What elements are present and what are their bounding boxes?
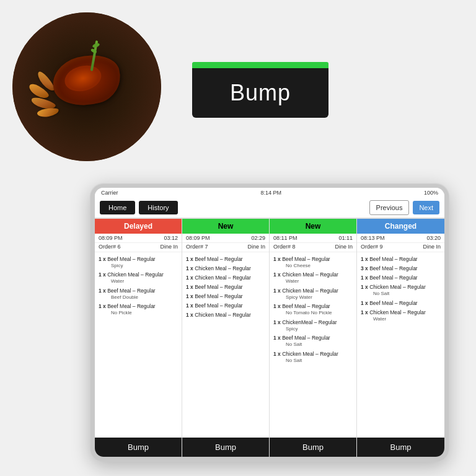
order-status-1: New: [182, 219, 269, 234]
order-num-1: Order# 7: [186, 244, 208, 250]
order-type-3: Dine In: [423, 244, 441, 250]
list-item: 1 x Beef Meal – Regular: [182, 301, 269, 311]
order-items-3: 1 x Beef Meal – Regular3 x Beef Meal – R…: [357, 252, 444, 438]
item-qty: 3 x: [361, 265, 368, 271]
item-name: Beef Meal – Regular: [107, 288, 156, 294]
item-name: Chicken Meal – Regular: [369, 309, 426, 315]
order-info-row-1: Order# 7Dine In: [182, 243, 269, 252]
order-type-1: Dine In: [247, 244, 265, 250]
item-qty: 1 x: [273, 351, 281, 357]
order-items-0: 1 x Beef Meal – RegularSpicy1 x Chicken …: [95, 252, 182, 438]
item-name: Beef Meal – Regular: [282, 335, 330, 341]
item-qty: 1 x: [273, 303, 281, 309]
food-plate-image: [12, 12, 161, 161]
steak: [48, 48, 126, 113]
order-col-col-new-2: New08:11 PM01:11Order# 8Dine In1 x Beef …: [270, 219, 357, 457]
item-name: Beef Meal – Regular: [195, 284, 243, 290]
item-name: Beef Meal – Regular: [195, 256, 243, 262]
order-type-0: Dine In: [160, 244, 178, 250]
item-name: Beef Meal – Regular: [369, 265, 418, 271]
order-info-row-2: Order# 8Dine In: [270, 243, 356, 252]
status-bar: Carrier 8:14 PM 100%: [95, 188, 444, 198]
item-name: Beef Meal – Regular: [282, 303, 330, 309]
item-qty: 1 x: [361, 275, 368, 281]
order-info-row-3: Order# 9Dine In: [357, 243, 444, 252]
item-mod: Spicy: [99, 263, 178, 269]
order-time-row-2: 08:11 PM01:11: [270, 234, 356, 243]
item-mod: No Salt: [273, 342, 353, 348]
list-item: 1 x Beef Meal – Regular: [182, 292, 269, 301]
list-item: 1 x Chicken Meal – RegularNo Salt: [270, 350, 356, 365]
item-name: Beef Meal – Regular: [282, 256, 330, 262]
item-qty: 1 x: [186, 293, 193, 299]
item-name: ChickenMeal – Regular: [282, 319, 337, 325]
item-qty: 1 x: [186, 265, 193, 271]
orders-grid: Delayed08:09 PM03:12Order# 6Dine In1 x B…: [95, 218, 444, 457]
order-type-2: Dine In: [335, 244, 353, 250]
bump-button-3[interactable]: Bump: [357, 438, 444, 457]
list-item: 1 x Beef Meal – RegularNo Tomato No Pick…: [270, 302, 356, 317]
order-time-2: 08:11 PM: [273, 235, 298, 241]
home-button[interactable]: Home: [100, 201, 135, 214]
item-mod: Spicy: [273, 326, 353, 332]
item-mod: Water: [273, 278, 353, 284]
item-qty: 1 x: [186, 312, 193, 318]
list-item: 1 x Beef Meal – RegularNo Cheese: [270, 255, 356, 270]
item-qty: 1 x: [99, 256, 106, 262]
item-name: Beef Meal – Regular: [369, 275, 418, 281]
list-item: 1 x Chicken Meal – RegularWater: [95, 270, 182, 286]
order-elapsed-0: 03:12: [164, 235, 178, 241]
order-items-1: 1 x Beef Meal – Regular1 x Chicken Meal …: [182, 252, 269, 438]
time-label: 8:14 PM: [260, 190, 281, 196]
item-name: Chicken Meal – Regular: [107, 271, 164, 278]
list-item: 1 x Beef Meal – Regular: [357, 273, 444, 283]
order-time-0: 08:09 PM: [99, 235, 123, 241]
order-col-col-delayed: Delayed08:09 PM03:12Order# 6Dine In1 x B…: [95, 219, 182, 457]
bump-button-0[interactable]: Bump: [95, 438, 182, 457]
list-item: 1 x Beef Meal – Regular: [357, 255, 444, 264]
list-item: 1 x Chicken Meal – RegularSpicy Water: [270, 286, 356, 302]
carrier-label: Carrier: [101, 190, 118, 196]
item-name: Chicken Meal – Regular: [369, 284, 426, 290]
item-qty: 1 x: [186, 302, 193, 309]
item-name: Beef Meal – Regular: [369, 300, 418, 306]
item-qty: 1 x: [99, 303, 106, 309]
item-mod: No Cheese: [273, 263, 353, 269]
order-info-row-0: Order# 6Dine In: [95, 243, 182, 252]
history-button[interactable]: History: [139, 201, 177, 214]
item-qty: 1 x: [273, 335, 281, 341]
item-qty: 1 x: [186, 256, 193, 262]
next-button[interactable]: Next: [413, 201, 439, 214]
list-item: 1 x Beef Meal – RegularNo Pickle: [95, 302, 182, 317]
list-item: 1 x Chicken Meal – Regular: [182, 311, 269, 320]
order-time-row-1: 08:09 PM02:29: [182, 234, 269, 243]
order-num-3: Order# 9: [361, 244, 383, 250]
item-qty: 1 x: [99, 288, 106, 294]
bump-button-1[interactable]: Bump: [182, 438, 269, 457]
bump-area: Bump: [192, 62, 328, 118]
item-mod: No Salt: [273, 358, 353, 364]
bump-main-button[interactable]: Bump: [192, 68, 328, 118]
item-qty: 1 x: [273, 319, 281, 325]
previous-button[interactable]: Previous: [369, 200, 410, 215]
list-item: 1 x Chicken Meal – RegularWater: [357, 308, 444, 324]
order-status-2: New: [270, 219, 356, 234]
nav-bar: Home History Previous Next: [95, 198, 444, 218]
bump-button-2[interactable]: Bump: [270, 438, 356, 457]
order-num-0: Order# 6: [99, 244, 121, 250]
item-mod: No Tomato No Pickle: [273, 310, 353, 316]
item-qty: 1 x: [99, 271, 106, 278]
wedge-3: [37, 107, 60, 118]
order-elapsed-3: 03:20: [426, 235, 441, 241]
item-qty: 1 x: [361, 309, 368, 315]
list-item: 1 x Beef Meal – RegularNo Salt: [270, 333, 356, 349]
list-item: 1 x Chicken Meal – Regular: [182, 264, 269, 273]
list-item: 1 x ChickenMeal – RegularSpicy: [270, 318, 356, 333]
list-item: 1 x Chicken Meal – Regular: [182, 273, 269, 283]
order-elapsed-1: 02:29: [251, 235, 265, 241]
list-item: 1 x Beef Meal – Regular: [357, 299, 444, 308]
battery-label: 100%: [424, 190, 438, 196]
item-qty: 1 x: [186, 284, 193, 290]
item-qty: 1 x: [361, 256, 368, 262]
item-name: Beef Meal – Regular: [369, 256, 418, 262]
